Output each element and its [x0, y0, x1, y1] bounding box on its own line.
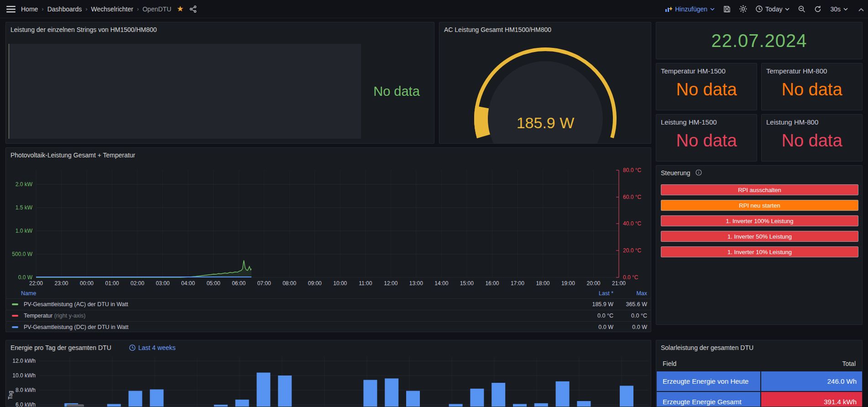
- energy-bar: [577, 401, 591, 407]
- table-col-field[interactable]: Field: [663, 360, 676, 367]
- energy-bar: [107, 404, 121, 407]
- table-cell-total: 391.4 kWh: [761, 392, 863, 407]
- svg-text:10.0 kWh: 10.0 kWh: [12, 372, 36, 379]
- legend-row[interactable]: Temperatur (right y-axis)0.0 °C0.0 °C: [6, 310, 651, 321]
- energy-bar: [235, 400, 249, 407]
- legend-header-max[interactable]: Max: [613, 290, 647, 297]
- favorite-star-icon[interactable]: ★: [177, 5, 183, 13]
- panel-solar-table: Solarleistung der gesamten DTU Field Tot…: [656, 340, 863, 407]
- stat-panel-temperatur-hm800: Temperatur HM-800 No data: [761, 63, 863, 110]
- breadcrumb-item-home[interactable]: Home: [21, 5, 38, 13]
- panel-strings: Leistung der einzelnen Strings von HM150…: [5, 22, 434, 144]
- refresh-icon[interactable]: [814, 5, 821, 13]
- svg-text:1.5 kW: 1.5 kW: [16, 204, 33, 211]
- stat-value: No data: [762, 80, 862, 99]
- panel-title: Leistung der einzelnen Strings von HM150…: [10, 26, 157, 33]
- energy-bar: [620, 386, 633, 407]
- stat-title: Temperatur HM-800: [766, 67, 827, 75]
- series-name: Temperatur (right y-axis): [24, 313, 549, 319]
- svg-text:15:00: 15:00: [460, 280, 474, 287]
- svg-text:14:00: 14:00: [434, 280, 448, 287]
- energy-bar: [449, 404, 463, 407]
- clock-icon: [756, 5, 763, 12]
- energy-bar: [214, 405, 228, 407]
- series-name: PV-Gesamtleistung (AC) der DTU in Watt: [24, 301, 549, 308]
- energy-bar: [406, 391, 420, 407]
- svg-text:16:00: 16:00: [485, 280, 499, 287]
- series-color-marker: [12, 315, 18, 317]
- panel-energy-daily: Energie pro Tag der gesamten DTU Last 4 …: [5, 340, 651, 407]
- svg-text:500.0 W: 500.0 W: [12, 251, 32, 257]
- table-row: Erzeugte Energie von Heute246.0 Wh: [657, 371, 863, 391]
- chart-legend: NameLast *MaxPV-Gesamtleistung (AC) der …: [6, 288, 651, 332]
- energy-bar: [470, 389, 484, 407]
- svg-text:13:00: 13:00: [409, 280, 423, 287]
- refresh-interval-picker[interactable]: 30s: [830, 5, 848, 13]
- series-last-value: 0.0 W: [549, 324, 613, 330]
- svg-text:20.0 °C: 20.0 °C: [623, 247, 641, 254]
- svg-text:02:00: 02:00: [131, 280, 144, 287]
- legend-row[interactable]: PV-Gesamtleistung (DC) der DTU in Watt 0…: [6, 321, 651, 332]
- steuerung-button-3[interactable]: 1. Inverter 100% Leistung: [661, 215, 858, 226]
- panel-date: 22.07.2024: [656, 22, 863, 59]
- energy-bar: [363, 380, 377, 407]
- svg-text:01:00: 01:00: [105, 280, 119, 287]
- empty-plot-area: [9, 44, 361, 139]
- scrollbar-thumb: [67, 404, 84, 407]
- menu-icon[interactable]: [6, 5, 16, 13]
- svg-text:00:00: 00:00: [80, 280, 94, 287]
- stat-title: Temperatur HM-1500: [661, 67, 726, 75]
- svg-text:185.9 W: 185.9 W: [517, 114, 575, 131]
- svg-text:12:00: 12:00: [384, 280, 397, 287]
- add-panel-button[interactable]: Hinzufügen: [665, 5, 715, 13]
- svg-text:04:00: 04:00: [181, 280, 195, 287]
- energy-bar: [556, 381, 570, 407]
- energy-bar: [385, 378, 398, 407]
- svg-text:60.0 °C: 60.0 °C: [623, 194, 641, 200]
- energy-bar: [129, 391, 142, 407]
- svg-text:1.0 kW: 1.0 kW: [16, 228, 33, 234]
- save-dashboard-icon[interactable]: [723, 5, 731, 13]
- time-range-picker[interactable]: Today: [756, 5, 790, 13]
- svg-text:22:00: 22:00: [29, 280, 43, 287]
- svg-text:23:00: 23:00: [55, 280, 68, 287]
- energy-bar: [492, 383, 505, 407]
- legend-row[interactable]: PV-Gesamtleistung (AC) der DTU in Watt 1…: [6, 298, 651, 310]
- caret-up-icon[interactable]: [858, 5, 864, 14]
- series-max-value: 0.0 °C: [613, 313, 647, 319]
- dashboard-settings-gear-icon[interactable]: [739, 5, 747, 13]
- steuerung-button-5[interactable]: 1. Inverter 10% Leistung: [661, 246, 858, 257]
- table-col-total[interactable]: Total: [842, 360, 856, 367]
- svg-text:09:00: 09:00: [308, 280, 322, 287]
- legend-header-name[interactable]: Name: [6, 290, 549, 297]
- breadcrumb-separator: ›: [42, 5, 43, 12]
- share-icon[interactable]: [189, 5, 197, 13]
- energy-bar: [278, 376, 292, 407]
- zoom-out-icon[interactable]: [798, 5, 805, 13]
- svg-text:03:00: 03:00: [156, 280, 170, 287]
- breadcrumb-item-dashboards[interactable]: Dashboards: [47, 5, 82, 13]
- svg-text:18:00: 18:00: [536, 280, 549, 287]
- panel-ac-gauge: AC Leistung Gesamt HM1500/HM800 185.9 W: [439, 22, 651, 144]
- date-value: 22.07.2024: [711, 31, 807, 51]
- breadcrumb-separator: ›: [85, 5, 87, 12]
- svg-text:21:00: 21:00: [612, 280, 626, 287]
- gauge-chart: 185.9 W: [439, 22, 651, 144]
- breadcrumb-item-wechselrichter[interactable]: Wechselrichter: [91, 5, 133, 13]
- table-cell-field: Erzeugte Energie Gesamt: [657, 392, 761, 407]
- info-icon[interactable]: [695, 169, 702, 177]
- breadcrumb-separator: ›: [137, 5, 139, 12]
- svg-text:10:00: 10:00: [333, 280, 347, 287]
- chevron-down-icon: [785, 8, 790, 10]
- breadcrumb-item-opendtu[interactable]: OpenDTU: [142, 5, 171, 13]
- svg-text:08:00: 08:00: [282, 280, 296, 287]
- table-cell-total: 246.0 Wh: [761, 371, 863, 391]
- svg-text:8.0 kWh: 8.0 kWh: [16, 387, 36, 393]
- steuerung-button-1[interactable]: RPI ausschalten: [661, 184, 858, 195]
- table-cell-field: Erzeugte Energie von Heute: [657, 371, 761, 391]
- steuerung-button-4[interactable]: 1. Inverter 50% Leistung: [661, 231, 858, 242]
- bar-chart-plus-icon: [665, 6, 672, 12]
- steuerung-button-2[interactable]: RPI neu starten: [661, 200, 858, 211]
- panel-title: Steuerung: [661, 169, 690, 177]
- legend-header-last[interactable]: Last *: [549, 290, 613, 297]
